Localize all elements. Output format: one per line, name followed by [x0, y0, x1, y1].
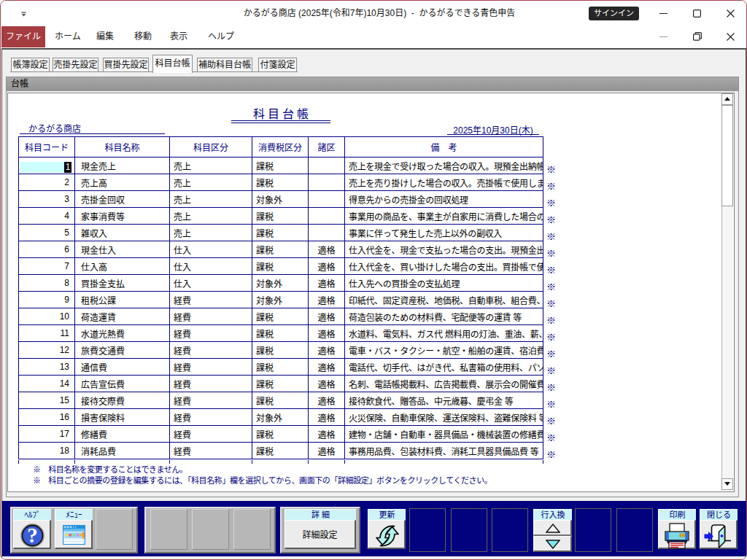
- svg-text:?: ?: [27, 524, 38, 547]
